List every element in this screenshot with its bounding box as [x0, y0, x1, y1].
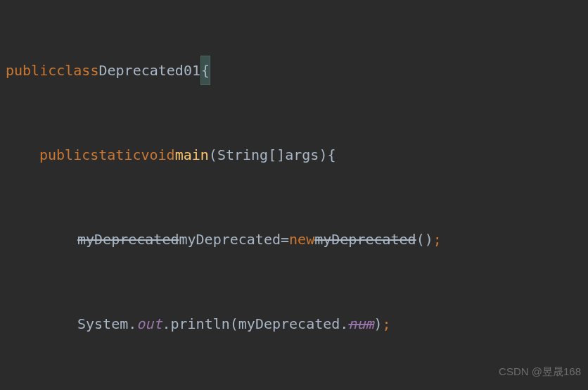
code-editor[interactable]: public class Deprecated01 { public stati… — [0, 0, 588, 390]
code-line[interactable]: System.out.println(myDeprecated.num); — [0, 310, 588, 338]
equals: = — [281, 225, 289, 253]
class-name: Deprecated01 — [98, 56, 200, 84]
parens: () — [416, 225, 433, 253]
type-deprecated: myDeprecated — [77, 225, 179, 253]
semicolon: ; — [383, 310, 391, 338]
dot: . — [128, 310, 136, 338]
out-field: out — [136, 310, 162, 338]
paren: ( — [209, 141, 217, 169]
paren: ) — [373, 310, 382, 338]
keyword-void: void — [141, 141, 175, 169]
system: System — [77, 310, 128, 338]
field-deprecated: num — [348, 310, 373, 338]
dot: . — [340, 310, 348, 338]
var-name: myDeprecated — [179, 225, 281, 253]
dot: . — [162, 310, 170, 338]
keyword-new: new — [289, 225, 314, 253]
watermark: CSDN @昱晟168 — [499, 358, 581, 386]
code-line[interactable]: myDeprecated myDeprecated = new myDeprec… — [0, 225, 588, 253]
brace-open: { — [200, 56, 210, 85]
semicolon: ; — [433, 225, 442, 253]
paren: ) — [319, 141, 327, 169]
ctor-deprecated: myDeprecated — [314, 225, 416, 253]
keyword-public: public — [39, 141, 90, 169]
paren: ( — [230, 310, 238, 338]
param-type: String[] — [217, 141, 285, 169]
brace: { — [327, 141, 335, 169]
keyword-class: class — [56, 56, 98, 84]
code-line[interactable]: public static void main(String[] args) { — [0, 141, 588, 169]
keyword-public: public — [6, 56, 56, 84]
method-main: main — [175, 141, 209, 169]
code-line[interactable]: public class Deprecated01 { — [0, 56, 588, 84]
var-ref: myDeprecated — [238, 310, 340, 338]
keyword-static: static — [90, 141, 141, 169]
println: println — [170, 310, 229, 338]
param-name: args — [285, 141, 319, 169]
